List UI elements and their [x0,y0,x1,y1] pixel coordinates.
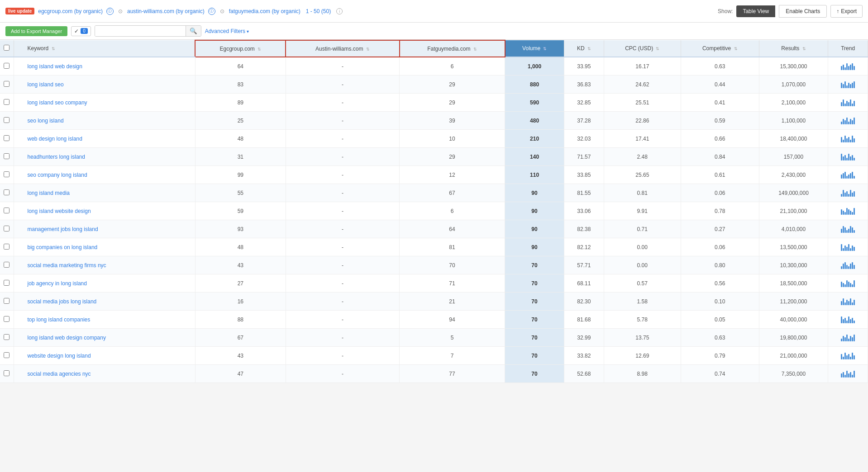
row-checkbox-cell[interactable] [0,57,14,76]
trend-bar [841,61,855,70]
header-trend[interactable]: Trend [828,40,868,57]
row-checkbox[interactable] [4,262,10,268]
table-row: long island website design59-69033.069.9… [0,202,868,220]
row-results-cell: 13,500,000 [759,238,828,256]
keyword-link[interactable]: seo long island [28,118,64,124]
table-header-row: Keyword ⇅ Egcgroup.com ⇅ Austin-williams… [0,40,868,57]
keyword-link[interactable]: long island website design [28,208,91,214]
keyword-link[interactable]: seo company long island [28,172,87,178]
row-checkbox[interactable] [4,153,10,159]
row-cpc-cell: 9.91 [604,202,681,220]
keyword-link[interactable]: long island seo company [28,99,87,106]
row-checkbox[interactable] [4,135,10,141]
row-checkbox[interactable] [4,298,10,304]
domain-egcgroup[interactable]: egcgroup.com (by organic) [38,8,103,14]
header-volume[interactable]: Volume ⇅ [505,40,564,57]
header-egcgroup[interactable]: Egcgroup.com ⇅ [195,40,286,57]
domain-austin[interactable]: austin-williams.com (by organic) [127,8,205,14]
row-checkbox[interactable] [4,208,10,213]
row-checkbox-cell[interactable] [0,166,14,184]
header-cpc[interactable]: CPC (USD) ⇅ [604,40,681,57]
row-checkbox-cell[interactable] [0,293,14,311]
keyword-link[interactable]: big companies on long island [28,244,98,250]
export-button[interactable]: ↑ Export [830,5,863,18]
keyword-link[interactable]: web design long island [28,136,82,142]
row-checkbox[interactable] [4,244,10,250]
row-checkbox-cell[interactable] [0,274,14,293]
row-checkbox-cell[interactable] [0,329,14,347]
row-keyword-cell: big companies on long island [14,238,195,256]
egcgroup-info-icon[interactable]: ⓘ [106,8,114,15]
range-info-icon[interactable]: i [336,8,343,14]
row-checkbox-cell[interactable] [0,347,14,365]
row-checkbox[interactable] [4,117,10,123]
table-row: big companies on long island48-819082.12… [0,238,868,256]
row-checkbox[interactable] [4,316,10,322]
row-checkbox-cell[interactable] [0,130,14,148]
header-austin[interactable]: Austin-williams.com ⇅ [286,40,399,57]
select-all-checkbox[interactable] [4,45,10,51]
row-egcgroup-cell: 83 [195,76,286,94]
row-checkbox[interactable] [4,226,10,231]
row-checkbox-cell[interactable] [0,311,14,329]
search-input[interactable] [95,26,186,36]
keyword-link[interactable]: job agency in long island [28,280,87,287]
row-checkbox[interactable] [4,334,10,340]
search-button[interactable]: 🔍 [186,26,201,36]
table-row: seo company long island99-1211033.8525.6… [0,166,868,184]
row-checkbox-cell[interactable] [0,238,14,256]
table-row: social media marketing firms nyc43-70705… [0,256,868,274]
keyword-link[interactable]: social media marketing firms nyc [28,262,106,269]
enable-charts-button[interactable]: Enable Charts [779,5,827,18]
row-keyword-cell: seo company long island [14,166,195,184]
row-checkbox-cell[interactable] [0,148,14,166]
domain-fatguy[interactable]: fatguymedia.com (by organic) [229,8,300,14]
row-checkbox[interactable] [4,352,10,358]
keyword-link[interactable]: website design long island [28,353,91,359]
row-checkbox-cell[interactable] [0,220,14,238]
row-checkbox[interactable] [4,189,10,195]
keyword-link[interactable]: management jobs long island [28,226,98,232]
row-checkbox[interactable] [4,171,10,177]
advanced-filters-link[interactable]: Advanced Filters ▾ [205,28,249,34]
header-results[interactable]: Results ⇅ [759,40,828,57]
row-checkbox-cell[interactable] [0,94,14,112]
keyword-link[interactable]: long island web design [28,63,82,70]
add-to-export-button[interactable]: Add to Export Manager [5,26,67,36]
keyword-link[interactable]: social media agencies nyc [28,371,91,377]
row-checkbox[interactable] [4,81,10,87]
row-cpc-cell: 0.57 [604,274,681,293]
row-checkbox-cell[interactable] [0,365,14,383]
keyword-link[interactable]: long island web design company [28,335,106,341]
row-competitive-cell: 0.44 [681,76,759,94]
row-checkbox-cell[interactable] [0,76,14,94]
row-checkbox[interactable] [4,99,10,105]
header-keyword[interactable]: Keyword ⇅ [14,40,195,57]
header-checkbox-col[interactable] [0,40,14,57]
row-checkbox-cell[interactable] [0,256,14,274]
row-trend-cell [828,293,868,311]
keyword-link[interactable]: social media jobs long island [28,298,97,305]
keyword-link[interactable]: top long island companies [28,316,91,323]
row-checkbox[interactable] [4,370,10,376]
selection-badge[interactable]: ✓ 0 [71,26,91,36]
austin-info-icon[interactable]: ⓘ [208,8,215,15]
header-fatguy[interactable]: Fatguymedia.com ⇅ [400,40,505,57]
row-checkbox[interactable] [4,280,10,286]
row-volume-cell: 90 [505,220,564,238]
row-checkbox-cell[interactable] [0,184,14,202]
row-checkbox[interactable] [4,63,10,69]
keyword-link[interactable]: long island media [28,190,70,196]
header-competitive[interactable]: Competitive ⇅ [681,40,759,57]
row-results-cell: 40,000,000 [759,311,828,329]
header-kd[interactable]: KD ⇅ [564,40,604,57]
keyword-link[interactable]: long island seo [28,81,64,88]
table-view-button[interactable]: Table View [736,5,775,17]
row-egcgroup-cell: 99 [195,166,286,184]
row-volume-cell: 70 [505,365,564,383]
search-box[interactable]: 🔍 [95,25,201,37]
row-kd-cell: 68.11 [564,274,604,293]
keyword-link[interactable]: headhunters long island [28,154,85,160]
row-checkbox-cell[interactable] [0,202,14,220]
row-checkbox-cell[interactable] [0,112,14,130]
